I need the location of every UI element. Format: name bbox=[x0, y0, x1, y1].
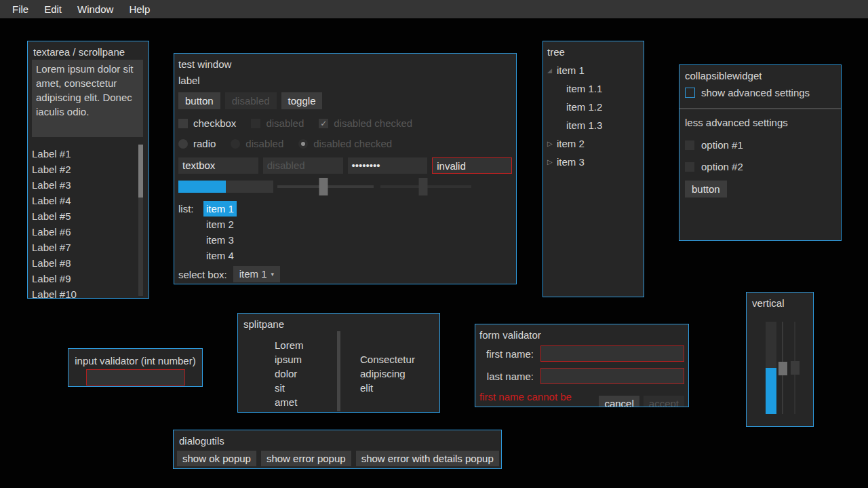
tree-item-label: item 3 bbox=[557, 156, 585, 168]
show-advanced-checkbox[interactable] bbox=[685, 88, 695, 98]
vertical-progress-fill bbox=[766, 368, 776, 414]
show-advanced-label: show advanced settings bbox=[701, 87, 810, 98]
radio-label: radio bbox=[193, 138, 216, 149]
menu-edit[interactable]: Edit bbox=[37, 1, 68, 17]
disabled-button: disabled bbox=[225, 92, 277, 109]
validation-error-text: first name cannot be empty bbox=[479, 390, 595, 407]
first-name-input[interactable] bbox=[540, 345, 684, 362]
label-widget: label bbox=[178, 74, 512, 87]
show-error-popup-button[interactable]: show error popup bbox=[261, 451, 351, 466]
input-validator-panel: input validator (int number) bbox=[68, 348, 203, 387]
panel-title: collapsiblewidget bbox=[685, 69, 835, 82]
list-label: Label #6 bbox=[32, 224, 149, 240]
list-label: Label #9 bbox=[32, 271, 149, 286]
invalid-textbox-input[interactable]: invalid bbox=[432, 157, 512, 174]
show-ok-popup-button[interactable]: show ok popup bbox=[177, 451, 256, 466]
menu-file[interactable]: File bbox=[5, 1, 35, 17]
dialogutils-panel: dialogutils show ok popup show error pop… bbox=[173, 430, 502, 469]
vertical-slider[interactable] bbox=[778, 322, 787, 414]
last-name-label: last name: bbox=[479, 371, 534, 382]
tree-item-1-3[interactable]: item 1.3 bbox=[547, 119, 639, 132]
separator bbox=[679, 108, 841, 109]
list-item-selected[interactable]: item 1 bbox=[203, 201, 237, 217]
disabled-checked-radio bbox=[298, 139, 308, 149]
tree-collapsed-icon[interactable]: ▷ bbox=[547, 156, 557, 168]
list-label: Label #10 bbox=[32, 286, 149, 299]
tree-item-1[interactable]: ◢ item 1 bbox=[547, 64, 639, 77]
option-1-checkbox[interactable] bbox=[685, 140, 694, 150]
panel-title: tree bbox=[547, 45, 634, 58]
button[interactable]: button bbox=[178, 92, 220, 109]
panel-title: form validator bbox=[479, 329, 679, 341]
list-label: Label #3 bbox=[32, 177, 149, 193]
disabled-checkbox bbox=[251, 119, 260, 128]
cancel-button[interactable]: cancel bbox=[599, 396, 639, 408]
radio-button[interactable] bbox=[178, 139, 188, 149]
disabled-vertical-slider bbox=[791, 322, 800, 414]
horizontal-slider[interactable] bbox=[275, 177, 376, 196]
accept-button: accept bbox=[644, 396, 684, 408]
panel-title: textarea / scrollpane bbox=[33, 45, 143, 58]
tree-item-3[interactable]: ▷ item 3 bbox=[547, 156, 639, 168]
label-list: Label #1 Label #2 Label #3 Label #4 Labe… bbox=[32, 146, 149, 299]
slider-1-handle[interactable] bbox=[319, 178, 328, 195]
panel-title: vertical bbox=[752, 297, 808, 309]
tree-collapsed-icon[interactable]: ▷ bbox=[547, 138, 557, 150]
last-name-input[interactable] bbox=[540, 368, 684, 384]
vertical-progress-bar bbox=[766, 322, 776, 414]
scrollbar-track[interactable] bbox=[138, 145, 143, 296]
tree-item-label: item 1.1 bbox=[566, 83, 602, 95]
tree-item-1-2[interactable]: item 1.2 bbox=[547, 101, 639, 113]
checkbox-label: checkbox bbox=[193, 117, 236, 129]
disabled-textbox-input: disabled bbox=[263, 157, 343, 174]
disabled-checked-checkbox: ✓ bbox=[319, 119, 328, 128]
menu-help[interactable]: Help bbox=[122, 1, 157, 17]
textarea[interactable]: Lorem ipsum dolor sit amet, consectetur … bbox=[32, 60, 143, 137]
checkbox[interactable] bbox=[178, 119, 188, 128]
menu-window[interactable]: Window bbox=[71, 1, 120, 17]
tree-item-label: item 2 bbox=[557, 138, 585, 150]
panel-title: test window bbox=[178, 58, 507, 71]
tree-panel: tree ◢ item 1 item 1.1 item 1.2 item 1.3… bbox=[542, 41, 644, 297]
disabled-checked-radio-label: disabled checked bbox=[313, 138, 392, 149]
list-label: Label #4 bbox=[32, 193, 149, 208]
select-box[interactable]: item 1▾ bbox=[233, 266, 280, 282]
progress-bar bbox=[178, 181, 273, 193]
section-label: less advanced settings bbox=[685, 116, 835, 129]
splitpane-left-text: Lorem ipsum dolor sit amet bbox=[275, 338, 304, 409]
list-item[interactable]: item 4 bbox=[203, 248, 237, 263]
tree-item-label: item 1.2 bbox=[566, 101, 602, 113]
disabled-horizontal-slider bbox=[378, 177, 474, 196]
disabled-checked-checkbox-label: disabled checked bbox=[334, 117, 412, 129]
vslider-1-handle[interactable] bbox=[778, 362, 787, 375]
password-input[interactable]: •••••••• bbox=[348, 157, 428, 174]
collapsible-button[interactable]: button bbox=[685, 181, 727, 198]
show-error-details-popup-button[interactable]: show error with details popup bbox=[356, 451, 499, 466]
tree-item-label: item 1 bbox=[557, 64, 585, 77]
textbox-input[interactable]: textbox bbox=[178, 157, 258, 174]
tree-item-2[interactable]: ▷ item 2 bbox=[547, 138, 639, 150]
tree-item-1-1[interactable]: item 1.1 bbox=[547, 83, 639, 95]
int-number-input[interactable] bbox=[86, 369, 185, 386]
toggle-button[interactable]: toggle bbox=[281, 92, 323, 109]
list-label: Label #5 bbox=[32, 208, 149, 224]
tree-expanded-icon[interactable]: ◢ bbox=[547, 64, 557, 77]
list-caption: list: bbox=[178, 201, 203, 217]
select-box-value: item 1 bbox=[239, 268, 267, 280]
list-label: Label #2 bbox=[32, 162, 149, 177]
disabled-radio bbox=[231, 139, 240, 149]
option-2-checkbox[interactable] bbox=[685, 162, 694, 172]
progress-bar-fill bbox=[178, 181, 226, 193]
list-label: Label #8 bbox=[32, 255, 149, 271]
list-item[interactable]: item 3 bbox=[203, 232, 237, 248]
splitpane-panel: splitpane Lorem ipsum dolor sit amet Con… bbox=[237, 313, 440, 413]
panel-title: dialogutils bbox=[179, 434, 492, 447]
slider-2-handle bbox=[418, 178, 427, 195]
disabled-checkbox-label: disabled bbox=[266, 117, 304, 129]
option-1-label: option #1 bbox=[701, 139, 743, 151]
option-2-label: option #2 bbox=[701, 161, 743, 172]
list-item[interactable]: item 2 bbox=[203, 217, 237, 232]
scrollbar-thumb[interactable] bbox=[138, 145, 143, 198]
radio-dot bbox=[301, 142, 305, 146]
splitpane-divider[interactable] bbox=[337, 331, 340, 411]
